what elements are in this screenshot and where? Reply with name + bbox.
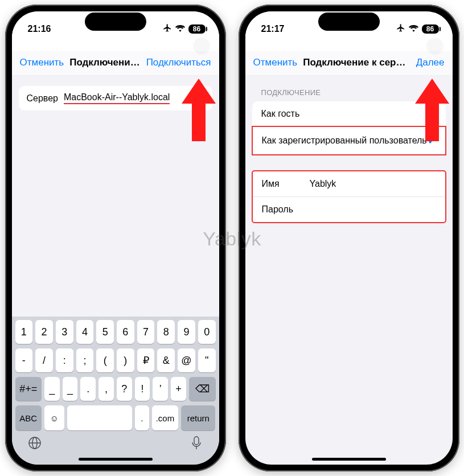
phone-left: 21:16 86 Отменить Подключение к се... По…: [5, 5, 226, 471]
annotation-arrow-icon: [415, 79, 449, 141]
search-icon: [426, 38, 444, 55]
backspace-key[interactable]: ⌫: [189, 377, 215, 401]
home-indicator[interactable]: [312, 458, 386, 461]
key-([interactable]: (: [96, 348, 114, 372]
annotation-arrow-icon: [182, 79, 216, 141]
wifi-icon: [175, 24, 185, 34]
nav-title: Подключение к серверу: [301, 57, 413, 68]
airplane-mode-icon: [396, 23, 405, 35]
cancel-button[interactable]: Отменить: [253, 57, 298, 68]
key-5[interactable]: 5: [96, 320, 114, 344]
airplane-mode-icon: [163, 23, 172, 35]
key-.[interactable]: .: [80, 377, 96, 401]
key-9[interactable]: 9: [178, 320, 195, 344]
nav-bar: Отменить Подключение к се... Подключитьс…: [12, 51, 219, 76]
battery-indicator: 86: [422, 24, 439, 34]
key-;[interactable]: ;: [76, 348, 94, 372]
symbols-key[interactable]: #+=: [15, 377, 42, 401]
key-2[interactable]: 2: [35, 320, 53, 344]
wifi-icon: [409, 24, 418, 34]
key-&[interactable]: &: [157, 348, 175, 372]
dot-key[interactable]: .: [135, 405, 149, 430]
return-key[interactable]: return: [181, 405, 215, 430]
name-field-row[interactable]: Имя Yablyk: [253, 171, 445, 196]
name-label: Имя: [262, 179, 297, 189]
key-:[interactable]: :: [56, 348, 73, 372]
connect-button[interactable]: Подключиться: [146, 57, 211, 68]
globe-icon[interactable]: [27, 435, 43, 451]
password-field-row[interactable]: Пароль: [253, 196, 445, 222]
emoji-key[interactable]: ☺: [44, 405, 65, 430]
nav-bar: Отменить Подключение к серверу Далее: [245, 51, 453, 76]
abc-key[interactable]: ABC: [15, 405, 42, 430]
key-_[interactable]: _: [63, 377, 78, 401]
key-,[interactable]: ,: [98, 377, 114, 401]
dynamic-island: [318, 13, 380, 31]
key-/[interactable]: /: [35, 348, 53, 372]
nav-title: Подключение к се...: [67, 57, 142, 68]
keyboard[interactable]: 1234567890 -/:;()₽&@" #+= __.,?!’+ ⌫ ABC…: [12, 317, 219, 465]
space-key[interactable]: [67, 405, 132, 430]
key-₽[interactable]: ₽: [137, 348, 155, 372]
key-![interactable]: !: [135, 377, 150, 401]
key--[interactable]: -: [15, 348, 33, 372]
cancel-button[interactable]: Отменить: [20, 57, 64, 68]
key-"[interactable]: ": [198, 348, 216, 372]
credentials-group: Имя Yablyk Пароль: [252, 171, 446, 223]
key-)[interactable]: ): [117, 348, 134, 372]
server-label: Сервер: [27, 93, 58, 104]
next-button[interactable]: Далее: [416, 57, 445, 68]
status-time: 21:16: [28, 24, 51, 34]
svg-marker-0: [182, 79, 216, 141]
key-6[interactable]: 6: [117, 320, 134, 344]
key-_[interactable]: _: [44, 377, 60, 401]
search-icon: [193, 38, 210, 55]
password-label: Пароль: [262, 204, 297, 215]
dotcom-key[interactable]: .com: [152, 405, 178, 430]
key-+[interactable]: +: [171, 377, 186, 401]
key-3[interactable]: 3: [56, 320, 73, 344]
status-time: 21:17: [261, 24, 285, 34]
phone-right: 21:17 86 Отменить Подключение к серверу …: [239, 5, 459, 471]
dynamic-island: [85, 13, 146, 31]
password-input[interactable]: [310, 204, 436, 215]
name-value[interactable]: Yablyk: [310, 179, 336, 189]
key-7[interactable]: 7: [137, 320, 155, 344]
key-’[interactable]: ’: [153, 377, 168, 401]
server-input[interactable]: MacBook-Air--Yablyk.local: [64, 92, 170, 104]
svg-rect-4: [194, 437, 199, 445]
key-4[interactable]: 4: [76, 320, 94, 344]
option-registered-label: Как зарегистрированный пользователь: [262, 136, 427, 146]
key-?[interactable]: ?: [117, 377, 132, 401]
key-1[interactable]: 1: [15, 320, 33, 344]
battery-indicator: 86: [188, 24, 206, 34]
home-indicator[interactable]: [79, 458, 153, 461]
mic-icon[interactable]: [188, 435, 204, 451]
svg-marker-6: [415, 79, 449, 141]
key-@[interactable]: @: [178, 348, 195, 372]
key-0[interactable]: 0: [198, 320, 216, 344]
key-8[interactable]: 8: [157, 320, 175, 344]
